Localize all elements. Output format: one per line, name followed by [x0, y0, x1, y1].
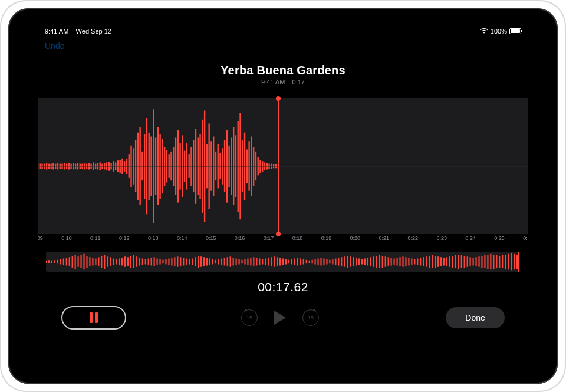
ruler-tick: 0:14: [177, 235, 187, 241]
elapsed-time: 00:17.62: [38, 280, 528, 294]
play-button[interactable]: [274, 311, 286, 325]
pause-icon: [95, 312, 98, 323]
ruler-tick: 0:10: [61, 235, 72, 241]
status-time-date: 9:41 AM Wed Sep 12: [45, 28, 111, 35]
subtitle-time: 9:41 AM: [261, 78, 285, 85]
ruler-tick: 0:21: [379, 235, 390, 241]
skip-back-label: 15: [246, 315, 252, 321]
skip-back-icon: [243, 308, 247, 312]
done-button[interactable]: Done: [446, 307, 505, 328]
ruler-tick: 0:18: [292, 235, 303, 241]
skip-fwd-icon: [312, 308, 317, 312]
ruler-tick: 0:20: [350, 235, 361, 241]
ruler-tick: 0:22: [407, 235, 418, 241]
ruler-tick: 0:11: [90, 235, 101, 241]
ruler-tick: 0:16: [235, 235, 245, 241]
undo-button[interactable]: Undo: [45, 41, 64, 51]
ruler-tick: 0:17: [264, 235, 274, 241]
wifi-icon: [480, 28, 488, 35]
waveform-main[interactable]: [38, 98, 528, 234]
ipad-frame: 9:41 AM Wed Sep 12 100% Undo Yerba Buena…: [0, 0, 566, 392]
status-bar: 9:41 AM Wed Sep 12 100%: [38, 25, 528, 38]
ruler-tick: 0:23: [436, 235, 447, 241]
status-date: Wed Sep 12: [76, 28, 111, 35]
ruler-tick: 0:13: [148, 235, 159, 241]
pause-icon: [90, 312, 93, 323]
recording-title[interactable]: Yerba Buena Gardens: [38, 64, 528, 77]
waveform-overview[interactable]: [46, 252, 520, 272]
recording-subtitle: 9:41 AM 0:17: [38, 78, 528, 85]
battery-icon: [509, 28, 521, 34]
playhead[interactable]: [278, 98, 279, 234]
status-time: 9:41 AM: [45, 28, 68, 35]
pause-button[interactable]: [61, 306, 126, 330]
title-block: Yerba Buena Gardens 9:41 AM 0:17: [38, 64, 528, 85]
ruler-tick: 0:24: [465, 235, 476, 241]
status-right: 100%: [480, 28, 521, 35]
ruler-tick: 0:09: [38, 235, 43, 241]
center-controls: 15 15: [241, 309, 319, 326]
bezel: 9:41 AM Wed Sep 12 100% Undo Yerba Buena…: [8, 8, 558, 384]
battery-pct: 100%: [491, 28, 507, 35]
ruler-tick: 0:26: [523, 235, 528, 241]
subtitle-duration: 0:17: [292, 78, 305, 85]
ruler-tick: 0:12: [119, 235, 130, 241]
time-ruler: 0:090:100:110:120:130:140:150:160:170:18…: [38, 234, 528, 246]
ruler-tick: 0:19: [321, 235, 332, 241]
skip-fwd-label: 15: [308, 315, 314, 321]
skip-forward-button[interactable]: 15: [302, 309, 319, 326]
ruler-tick: 0:25: [494, 235, 505, 241]
controls-row: 15 15 Done: [38, 306, 528, 330]
screen: 9:41 AM Wed Sep 12 100% Undo Yerba Buena…: [38, 25, 528, 367]
ruler-tick: 0:15: [206, 235, 216, 241]
skip-back-button[interactable]: 15: [241, 309, 258, 326]
overview-playhead: [518, 252, 519, 272]
